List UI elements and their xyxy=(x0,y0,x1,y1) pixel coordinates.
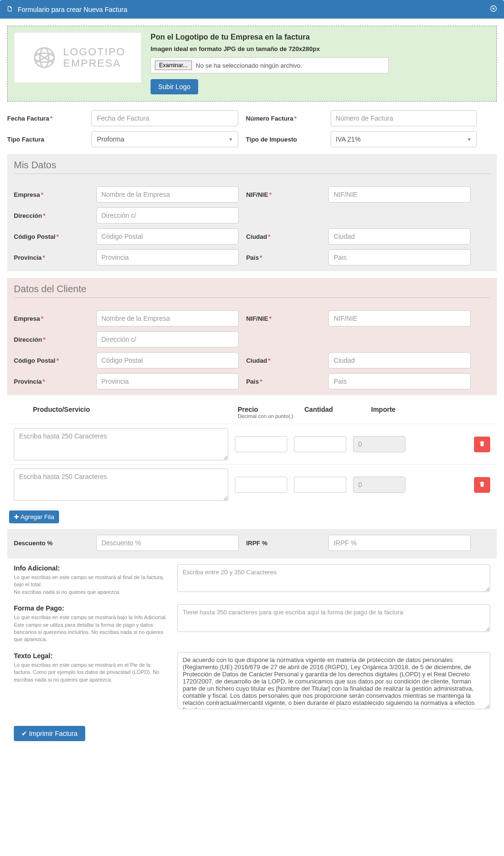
cli-ciudad-input[interactable] xyxy=(328,352,471,368)
product-amount-output xyxy=(353,477,405,493)
descuento-input[interactable] xyxy=(96,535,239,551)
col-producto: Producto/Servicio xyxy=(14,406,238,413)
numero-input[interactable] xyxy=(331,110,477,126)
upload-logo-button[interactable]: Subir Logo xyxy=(151,79,198,94)
pais-label: Pais xyxy=(246,254,259,261)
calc-section: Descuento % IRPF % xyxy=(7,529,497,559)
empresa-input[interactable] xyxy=(96,186,239,203)
tipo-select[interactable]: Proforma▼ xyxy=(91,131,238,147)
texto-legal-label: Texto Legal: xyxy=(14,652,168,660)
cp-label: Código Postal xyxy=(14,233,55,240)
product-row xyxy=(7,424,497,464)
nif-label: NIF/NIE xyxy=(246,191,268,198)
section-title: Mis Datos xyxy=(14,160,490,174)
col-importe: Importe xyxy=(371,406,438,413)
impuesto-select[interactable]: IVA 21%▼ xyxy=(331,131,477,147)
texto-legal-hint: Lo que escribas en este campo se mostrar… xyxy=(14,662,168,683)
chevron-down-icon: ▼ xyxy=(228,137,233,142)
document-icon xyxy=(7,6,15,13)
cli-empresa-label: Empresa xyxy=(14,315,40,322)
product-qty-input[interactable] xyxy=(294,477,346,493)
file-input-row: Examinar... No se ha seleccionado ningún… xyxy=(151,57,389,73)
info-adicional-input[interactable] xyxy=(177,564,490,592)
print-button[interactable]: ✔ Imprimir Factura xyxy=(14,726,85,741)
col-precio-hint: Decimal con un punto(.) xyxy=(238,413,304,419)
logo-preview: LOGOTIPO EMPRESA xyxy=(14,33,141,82)
extras-section: Info Adicional: Lo que escribas en este … xyxy=(7,564,497,711)
cli-cp-label: Código Postal xyxy=(14,357,55,364)
direccion-label: Dirección xyxy=(14,212,42,219)
logo-upload-box: LOGOTIPO EMPRESA Pon el Logotipo de tu E… xyxy=(7,26,497,102)
cp-input[interactable] xyxy=(96,228,239,245)
forma-pago-hint: Lo que escribas en este campo se mostrar… xyxy=(14,614,168,643)
pais-input[interactable] xyxy=(328,249,471,265)
trash-icon xyxy=(479,481,485,488)
col-precio: Precio xyxy=(238,406,258,413)
provincia-input[interactable] xyxy=(96,249,239,265)
product-qty-input[interactable] xyxy=(294,436,346,452)
cli-prov-input[interactable] xyxy=(96,373,239,389)
cli-pais-label: Pais xyxy=(246,378,259,385)
product-amount-output xyxy=(353,436,405,452)
check-icon: ✔ xyxy=(21,730,29,737)
svg-point-1 xyxy=(493,8,494,10)
ciudad-label: Ciudad xyxy=(246,233,267,240)
panel-title: Formulario para crear Nueva Factura xyxy=(18,6,127,13)
product-desc-input[interactable] xyxy=(14,469,228,501)
direccion-input[interactable] xyxy=(96,207,239,224)
product-desc-input[interactable] xyxy=(14,428,228,460)
forma-pago-input[interactable] xyxy=(177,604,490,632)
expand-icon[interactable] xyxy=(490,5,497,14)
descuento-label: Descuento % xyxy=(14,540,53,547)
cli-pais-input[interactable] xyxy=(328,373,471,389)
product-price-input[interactable] xyxy=(235,436,287,452)
col-cantidad: Cantidad xyxy=(304,406,371,413)
cli-dir-label: Dirección xyxy=(14,336,42,343)
product-price-input[interactable] xyxy=(235,477,287,493)
irpf-label: IRPF % xyxy=(246,540,268,547)
impuesto-label: Tipo de Impuesto xyxy=(246,136,297,143)
nif-input[interactable] xyxy=(328,186,471,203)
provincia-label: Provincia xyxy=(14,254,42,261)
delete-row-button[interactable] xyxy=(474,477,490,493)
cli-prov-label: Provincia xyxy=(14,378,42,385)
file-status: No se ha seleccionado ningún archivo. xyxy=(196,62,302,69)
cli-empresa-input[interactable] xyxy=(96,310,239,326)
mis-datos-section: Mis Datos Empresa* NIF/NIE* Dirección* C… xyxy=(7,154,497,271)
trash-icon xyxy=(479,440,485,447)
add-row-button[interactable]: ✚ Agregar Fila xyxy=(9,510,59,523)
irpf-input[interactable] xyxy=(328,535,471,551)
section-title: Datos del Cliente xyxy=(14,284,490,298)
logo-title: Pon el Logotipo de tu Empresa en la fact… xyxy=(151,33,389,41)
forma-pago-label: Forma de Pago: xyxy=(14,604,168,612)
logo-subtitle: Imagen ideal en formato JPG de un tamaño… xyxy=(151,45,389,52)
texto-legal-input[interactable] xyxy=(177,652,490,709)
numero-label: Número Factura xyxy=(246,115,293,122)
cli-nif-label: NIF/NIE xyxy=(246,315,268,322)
ciudad-input[interactable] xyxy=(328,228,471,245)
product-row xyxy=(7,464,497,505)
tipo-label: Tipo Factura xyxy=(7,136,44,143)
panel-header: Formulario para crear Nueva Factura xyxy=(0,0,504,19)
fecha-label: Fecha Factura xyxy=(7,115,49,122)
delete-row-button[interactable] xyxy=(474,437,490,452)
cli-cp-input[interactable] xyxy=(96,352,239,368)
plus-icon: ✚ xyxy=(14,513,20,520)
product-header: Producto/Servicio PrecioDecimal con un p… xyxy=(7,401,497,424)
browse-button[interactable]: Examinar... xyxy=(155,61,192,70)
logo-placeholder-text: EMPRESA xyxy=(63,58,126,69)
fecha-input[interactable] xyxy=(91,110,238,126)
cli-dir-input[interactable] xyxy=(96,331,239,347)
info-adicional-label: Info Adicional: xyxy=(14,564,168,572)
cli-nif-input[interactable] xyxy=(328,310,471,326)
cliente-section: Datos del Cliente Empresa* NIF/NIE* Dire… xyxy=(7,278,497,395)
empresa-label: Empresa xyxy=(14,191,40,198)
cli-ciudad-label: Ciudad xyxy=(246,357,267,364)
info-adicional-hint: Lo que escribas en este campo se mostrar… xyxy=(14,574,168,596)
chevron-down-icon: ▼ xyxy=(467,137,472,142)
logo-placeholder-text: LOGOTIPO xyxy=(63,46,126,58)
